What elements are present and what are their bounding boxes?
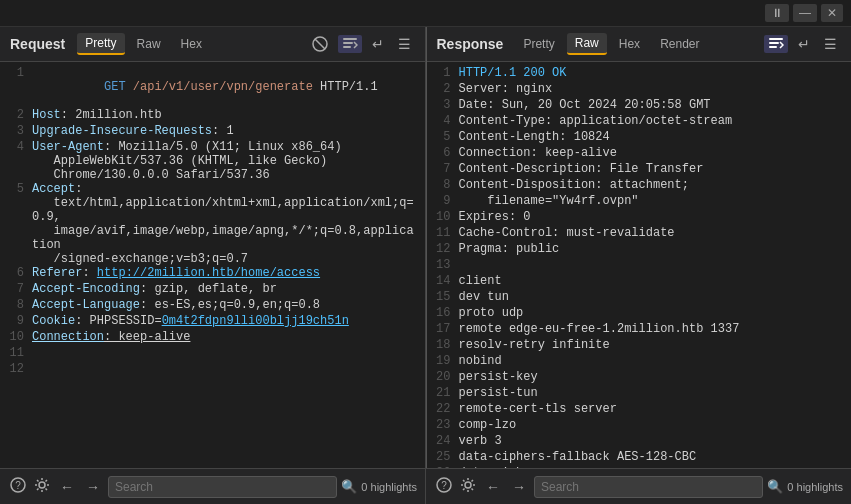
resp-line-25: 25 data-ciphers-fallback AES-128-CBC: [427, 450, 852, 466]
tab-response-render[interactable]: Render: [652, 34, 707, 54]
response-bottom-bar: ? ← → 🔍 0 highlights: [426, 468, 851, 504]
minimize-button[interactable]: —: [793, 4, 817, 22]
request-search-input[interactable]: [108, 476, 337, 498]
request-highlights-badge: 0 highlights: [361, 481, 417, 493]
svg-point-13: [465, 482, 471, 488]
response-newline-icon[interactable]: ↵: [794, 34, 814, 54]
svg-rect-3: [343, 42, 353, 44]
resp-line-17: 17 remote edge-eu-free-1.2million.htb 13…: [427, 322, 852, 338]
resp-line-1: 1 HTTP/1.1 200 OK: [427, 66, 852, 82]
window-controls: ⏸ — ✕: [0, 0, 851, 27]
request-search-button[interactable]: 🔍: [341, 479, 357, 494]
resp-line-6: 6 Connection: keep-alive: [427, 146, 852, 162]
request-panel: Request Pretty Raw Hex: [0, 27, 426, 468]
wrap-icon[interactable]: [338, 35, 362, 53]
response-highlights-badge: 0 highlights: [787, 481, 843, 493]
response-back-button[interactable]: ←: [482, 477, 504, 497]
response-menu-icon[interactable]: ☰: [820, 34, 841, 54]
resp-line-21: 21 persist-tun: [427, 386, 852, 402]
resp-line-22: 22 remote-cert-tls server: [427, 402, 852, 418]
newline-icon[interactable]: ↵: [368, 34, 388, 54]
svg-rect-2: [343, 38, 357, 40]
svg-rect-4: [343, 46, 351, 48]
line-4: 4 User-Agent: Mozilla/5.0 (X11; Linux x8…: [0, 140, 425, 182]
tab-request-pretty[interactable]: Pretty: [77, 33, 124, 55]
resp-line-12: 12 Pragma: public: [427, 242, 852, 258]
resp-line-7: 7 Content-Description: File Transfer: [427, 162, 852, 178]
request-bottom-bar: ? ← → 🔍 0 highlights: [0, 468, 426, 504]
resp-line-23: 23 comp-lzo: [427, 418, 852, 434]
response-search-input[interactable]: [534, 476, 763, 498]
response-header: Response Pretty Raw Hex Render ↵ ☰: [427, 27, 852, 62]
svg-line-1: [315, 39, 325, 49]
tab-response-raw[interactable]: Raw: [567, 33, 607, 55]
resp-line-19: 19 nobind: [427, 354, 852, 370]
resp-line-11: 11 Cache-Control: must-revalidate: [427, 226, 852, 242]
line-8: 8 Accept-Language: es-ES,es;q=0.9,en;q=0…: [0, 298, 425, 314]
resp-line-13: 13: [427, 258, 852, 274]
resp-line-5: 5 Content-Length: 10824: [427, 130, 852, 146]
resp-line-4: 4 Content-Type: application/octet-stream: [427, 114, 852, 130]
request-back-button[interactable]: ←: [56, 477, 78, 497]
request-toolbar-icons: ↵ ☰: [308, 34, 415, 54]
svg-rect-6: [769, 42, 779, 44]
request-title: Request: [10, 36, 65, 52]
http-method: GET: [104, 80, 126, 94]
line-1: 1 GET /api/v1/user/vpn/generate HTTP/1.1: [0, 66, 425, 108]
response-content[interactable]: 1 HTTP/1.1 200 OK 2 Server: nginx 3 Date…: [427, 62, 852, 468]
line-3: 3 Upgrade-Insecure-Requests: 1: [0, 124, 425, 140]
request-forward-button[interactable]: →: [82, 477, 104, 497]
request-menu-icon[interactable]: ☰: [394, 34, 415, 54]
main-container: Request Pretty Raw Hex: [0, 27, 851, 468]
resp-line-10: 10 Expires: 0: [427, 210, 852, 226]
svg-rect-7: [769, 46, 777, 48]
line-9: 9 Cookie: PHPSESSID=0m4t2fdpn9lli00bljj1…: [0, 314, 425, 330]
response-toolbar-icons: ↵ ☰: [764, 34, 841, 54]
tab-response-pretty[interactable]: Pretty: [515, 34, 562, 54]
tab-request-hex[interactable]: Hex: [173, 34, 210, 54]
tab-request-raw[interactable]: Raw: [129, 34, 169, 54]
resp-line-2: 2 Server: nginx: [427, 82, 852, 98]
resp-line-8: 8 Content-Disposition: attachment;: [427, 178, 852, 194]
response-forward-button[interactable]: →: [508, 477, 530, 497]
resp-line-24: 24 verb 3: [427, 434, 852, 450]
resp-line-14: 14 client: [427, 274, 852, 290]
http-version: HTTP/1.1: [313, 80, 378, 94]
line-12: 12: [0, 362, 425, 378]
line-6: 6 Referer: http://2million.htb/home/acce…: [0, 266, 425, 282]
response-panel: Response Pretty Raw Hex Render ↵ ☰: [427, 27, 852, 468]
resp-line-15: 15 dev tun: [427, 290, 852, 306]
close-button[interactable]: ✕: [821, 4, 843, 22]
line-5: 5 Accept: text/html,application/xhtml+xm…: [0, 182, 425, 266]
resp-line-18: 18 resolv-retry infinite: [427, 338, 852, 354]
line-11: 11: [0, 346, 425, 362]
resp-line-16: 16 proto udp: [427, 306, 852, 322]
resp-line-9: 9 filename="Yw4rf.ovpn": [427, 194, 852, 210]
request-help-button[interactable]: ?: [8, 475, 28, 498]
line-10: 10 Connection: keep-alive: [0, 330, 425, 346]
line-2: 2 Host: 2million.htb: [0, 108, 425, 124]
response-help-button[interactable]: ?: [434, 475, 454, 498]
resp-line-3: 3 Date: Sun, 20 Oct 2024 20:05:58 GMT: [427, 98, 852, 114]
svg-point-10: [39, 482, 45, 488]
http-path: /api/v1/user/vpn/generate: [126, 80, 313, 94]
line-7: 7 Accept-Encoding: gzip, deflate, br: [0, 282, 425, 298]
request-content[interactable]: 1 GET /api/v1/user/vpn/generate HTTP/1.1…: [0, 62, 425, 468]
response-search-button[interactable]: 🔍: [767, 479, 783, 494]
response-wrap-icon[interactable]: [764, 35, 788, 53]
svg-text:?: ?: [15, 480, 21, 491]
bottom-bars: ? ← → 🔍 0 highlights ? ←: [0, 468, 851, 504]
request-settings-button[interactable]: [32, 475, 52, 498]
response-settings-button[interactable]: [458, 475, 478, 498]
pause-button[interactable]: ⏸: [765, 4, 789, 22]
response-title: Response: [437, 36, 504, 52]
tab-response-hex[interactable]: Hex: [611, 34, 648, 54]
svg-text:?: ?: [441, 480, 447, 491]
resp-line-20: 20 persist-key: [427, 370, 852, 386]
request-header: Request Pretty Raw Hex: [0, 27, 425, 62]
no-intercept-icon[interactable]: [308, 34, 332, 54]
svg-rect-5: [769, 38, 783, 40]
